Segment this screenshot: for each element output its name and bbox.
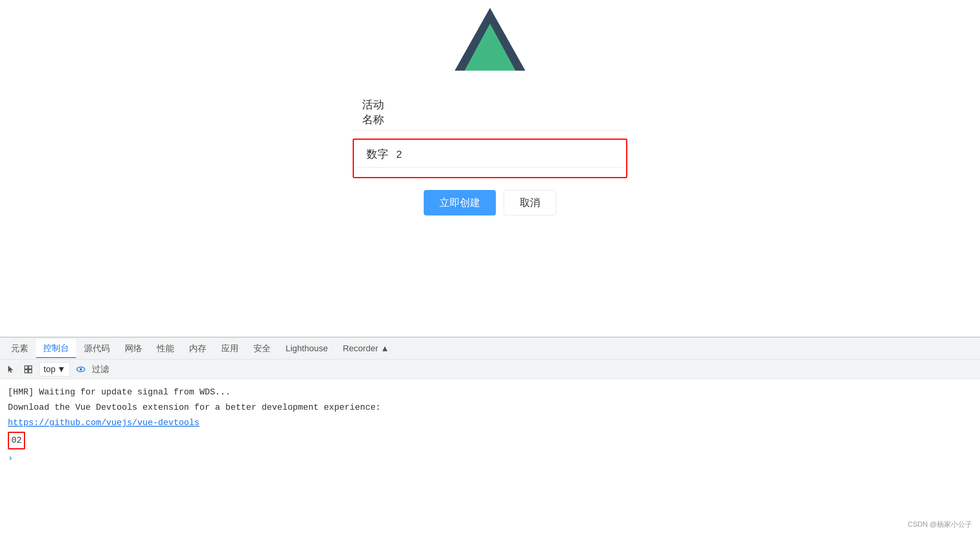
inspect-icon[interactable] (22, 363, 35, 376)
console-line-devtools: Download the Vue Devtools extension for … (8, 401, 972, 414)
filter-label[interactable]: 过滤 (92, 363, 109, 375)
svg-rect-5 (29, 370, 32, 373)
svg-point-7 (80, 368, 82, 371)
submit-button[interactable]: 立即创建 (424, 190, 496, 215)
form-container: 活动名称 数字 立即创建 取消 (353, 94, 627, 215)
activity-name-row: 活动名称 (353, 94, 627, 131)
tab-sources[interactable]: 源代码 (77, 340, 117, 358)
console-line-link: https://github.com/vuejs/vue-devtools (8, 416, 972, 430)
console-output: [HMR] Waiting for update signal from WDS… (0, 379, 980, 533)
cursor-icon[interactable] (5, 363, 17, 376)
number-row: 数字 (357, 141, 623, 168)
devtools-link[interactable]: https://github.com/vuejs/vue-devtools (8, 418, 199, 428)
tab-memory[interactable]: 内存 (182, 340, 213, 358)
activity-name-input[interactable] (392, 102, 627, 122)
output-highlight-box: 02 (8, 432, 25, 449)
tab-security[interactable]: 安全 (246, 340, 278, 358)
number-row-outer: 数字 (353, 139, 627, 178)
svg-rect-3 (29, 366, 32, 369)
tab-elements[interactable]: 元素 (4, 340, 35, 358)
tab-application[interactable]: 应用 (214, 340, 246, 358)
app-area: 活动名称 数字 立即创建 取消 (0, 0, 980, 338)
tab-console[interactable]: 控制台 (36, 339, 76, 358)
eye-icon[interactable] (75, 363, 87, 376)
watermark: CSDN @杨家小公子 (908, 520, 972, 529)
console-caret: › (8, 454, 13, 464)
console-caret-line: › (8, 452, 972, 465)
devtools-tabs-bar: 元素 控制台 源代码 网络 性能 内存 应用 安全 Lighthouse Rec… (0, 338, 980, 360)
number-highlight-box: 数字 (353, 139, 627, 178)
svg-rect-4 (25, 370, 28, 373)
svg-rect-2 (25, 366, 28, 369)
tab-recorder[interactable]: Recorder ▲ (336, 340, 396, 357)
cancel-button[interactable]: 取消 (504, 190, 556, 215)
vue-logo (455, 4, 525, 71)
number-label: 数字 (357, 147, 388, 162)
devtools-panel: 元素 控制台 源代码 网络 性能 内存 应用 安全 Lighthouse Rec… (0, 337, 980, 533)
tab-network[interactable]: 网络 (118, 340, 149, 358)
dropdown-arrow: ▼ (57, 364, 66, 374)
devtools-toolbar: top ▼ 过滤 (0, 360, 980, 379)
tab-lighthouse[interactable]: Lighthouse (279, 340, 335, 357)
top-dropdown[interactable]: top ▼ (39, 362, 70, 376)
tab-performance[interactable]: 性能 (150, 340, 181, 358)
console-output-line: 02 (8, 432, 972, 449)
vue-logo-container (455, 4, 525, 71)
button-row: 立即创建 取消 (353, 190, 627, 215)
top-label: top (44, 364, 56, 374)
activity-name-label: 活动名称 (353, 97, 384, 127)
console-output-value: 02 (11, 436, 22, 445)
number-input[interactable] (396, 144, 623, 164)
console-line-hmr: [HMR] Waiting for update signal from WDS… (8, 385, 972, 399)
